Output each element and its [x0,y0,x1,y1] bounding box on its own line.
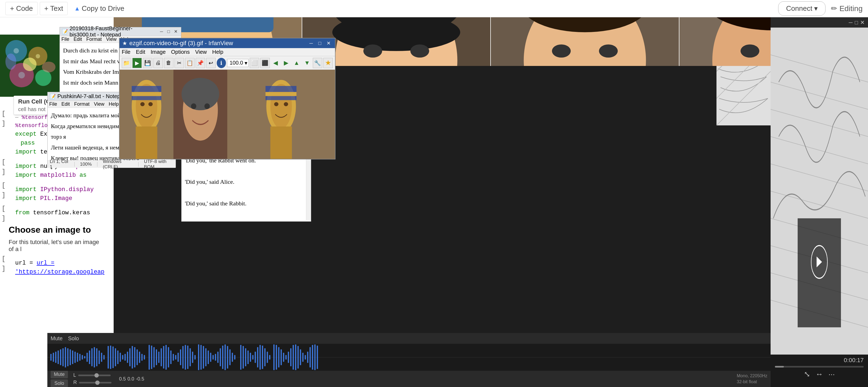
irfanview-faces-svg [120,70,335,159]
text-button[interactable]: + Text [40,2,68,15]
svg-rect-128 [182,346,183,368]
svg-rect-169 [288,352,289,363]
svg-rect-171 [293,345,294,370]
notepad-faust-title: 20190318-FaustBeginner-bis3000.txt - Not… [69,25,157,38]
menu-format[interactable]: Format [86,36,102,42]
rp-maximize-btn[interactable]: □ [855,20,858,26]
svg-rect-162 [269,355,270,360]
svg-rect-175 [302,353,303,362]
svg-rect-154 [250,353,251,362]
code-button[interactable]: + Code [5,2,38,15]
run-cell-button-url[interactable]: [ ] [2,260,10,268]
svg-rect-177 [307,352,308,363]
notepad-faust-minimize[interactable]: ─ [158,29,165,35]
svg-point-9 [36,54,40,58]
iv-menu-view[interactable]: View [195,49,207,55]
pk-menu-view[interactable]: View [94,101,104,107]
menu-edit[interactable]: Edit [73,36,82,42]
right-panel: ─ □ ✕ [771,17,868,387]
notepad-faust-close[interactable]: ✕ [173,29,179,35]
iv-menu-file[interactable]: File [122,49,130,55]
iv-btn-star[interactable]: ★ [323,58,333,68]
iv-btn-fitwin[interactable]: ⬜ [250,58,259,68]
aw-l-slider[interactable] [78,375,111,376]
iv-btn-open[interactable]: 📁 [122,58,131,68]
svg-point-24 [204,104,210,109]
aw-mute-btn[interactable]: Mute [51,371,68,378]
pk-menu-help[interactable]: Help [109,101,119,107]
aw-r-slider[interactable] [79,382,112,384]
menu-view[interactable]: View [106,36,117,42]
aw-meta: Mono, 22050Hz 32-bit float [737,373,767,385]
aw-level-neg: 0.5 [119,376,126,382]
menu-file[interactable]: File [61,36,69,42]
iv-btn-fitimg[interactable]: ⬛ [260,58,270,68]
aw-l-label: L [73,373,76,378]
svg-rect-114 [149,345,150,370]
svg-rect-14 [136,127,157,159]
iv-btn-play[interactable]: ▶ [132,58,142,68]
notepad-faust-maximize[interactable]: □ [165,29,172,35]
rp-minimize-btn[interactable]: ─ [849,20,852,26]
cell-content-4: import IPython.display import PIL.Image [15,185,109,203]
run-cell-button-5[interactable]: [ ] [2,209,10,218]
rp-close-btn[interactable]: ✕ [860,19,865,26]
iv-menu-options[interactable]: Options [171,49,190,55]
video-progress-fill [775,366,784,367]
video-more-btn[interactable]: ··· [829,370,835,379]
iv-btn-delete[interactable]: 🗑 [164,58,174,68]
run-cell-button-4[interactable]: [ ] [2,186,10,195]
svg-rect-161 [267,352,268,363]
aw-r-label: R [73,380,77,385]
pk-menu-edit[interactable]: Edit [61,101,70,107]
aw-solo-label: Solo [68,336,79,342]
iv-btn-down[interactable]: ▼ [302,58,312,68]
statusbar-sep-1 [74,162,75,167]
aw-meta-line2: 32-bit float [737,379,767,385]
run-cell-button-2[interactable]: [ ] [2,115,10,123]
iv-btn-copy[interactable]: 📋 [185,58,194,68]
iv-btn-paste[interactable]: 📌 [196,58,205,68]
iv-btn-tools[interactable]: 🔧 [313,58,322,68]
pk-menu-format[interactable]: Format [74,101,90,107]
fractal-image [0,35,60,97]
iv-btn-save[interactable]: 💾 [143,58,152,68]
notepad-icon: 📝 [62,29,68,35]
iv-zoom-input[interactable]: 100.0 ▾ [227,59,249,67]
svg-rect-83 [69,349,71,365]
iv-btn-next[interactable]: ▶ [281,58,291,68]
run-cell-button-3[interactable]: [ ] [2,163,10,172]
svg-rect-90 [87,353,88,362]
video-expand-btn[interactable]: ⤡ [804,370,810,379]
iv-btn-up[interactable]: ▲ [292,58,302,68]
iv-zoom-dropdown[interactable]: ▾ [245,60,247,66]
iv-btn-undo[interactable]: ↩ [206,58,216,68]
connect-button[interactable]: Connect ▾ [778,1,826,16]
svg-rect-102 [117,351,118,364]
svg-rect-132 [192,352,193,363]
code-line: import PIL.Image [15,194,109,203]
copy-to-drive-button[interactable]: ▲ Copy to Drive [70,2,128,15]
irfanview-close[interactable]: ✕ [325,40,332,46]
video-resize-btn[interactable]: ↔ [815,370,823,379]
aw-solo-btn[interactable]: Solo [51,380,68,387]
pk-menu-file[interactable]: File [49,101,57,107]
iv-menu-help[interactable]: Help [212,49,223,55]
iv-btn-cut[interactable]: ✂ [175,58,184,68]
url-link[interactable]: url = 'https://storage.googleap [15,260,104,275]
iv-btn-print[interactable]: 🖨 [153,58,163,68]
iv-menu-image[interactable]: Image [151,49,166,55]
video-progress-bar[interactable] [775,366,864,367]
copy-to-drive-label: Copy to Drive [82,4,124,13]
aw-mute-solo-btns: Mute Solo [51,371,68,387]
iv-btn-prev[interactable]: ◀ [271,58,280,68]
irfanview-maximize[interactable]: □ [316,40,323,46]
iv-menu-edit[interactable]: Edit [136,49,145,55]
svg-rect-156 [255,352,256,363]
svg-rect-181 [317,346,318,369]
iv-btn-info[interactable]: ℹ [217,58,226,68]
cell-content-5: from tensorflow.keras [15,208,109,217]
irfanview-minimize[interactable]: ─ [307,40,315,46]
svg-rect-152 [245,348,246,366]
code-line: import IPython.display [15,185,109,194]
